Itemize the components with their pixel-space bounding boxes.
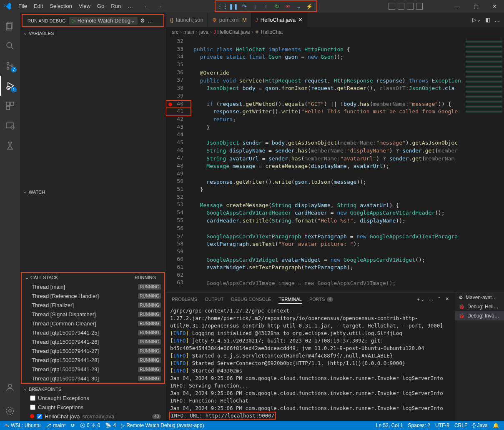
close-icon[interactable]: ✕	[298, 17, 303, 23]
bp-file-checkbox[interactable]	[37, 414, 42, 419]
breadcrumb-segment[interactable]: main	[183, 29, 194, 35]
step-out-icon[interactable]: ↑	[261, 2, 271, 11]
bp-uncaught[interactable]: Uncaught Exceptions	[28, 393, 166, 402]
cursor-position[interactable]: Ln 52, Col 1	[374, 422, 406, 428]
layout-customize-icon[interactable]	[416, 3, 423, 10]
maximize-icon[interactable]: ▢	[466, 0, 485, 12]
eol[interactable]: CRLF	[452, 422, 470, 428]
step-into-icon[interactable]: ↓	[251, 2, 260, 11]
breadcrumb-segment[interactable]: java	[199, 29, 208, 35]
panel-tab-ports[interactable]: PORTS4	[309, 295, 333, 303]
panel-maximize-icon[interactable]: ⌃	[437, 296, 441, 302]
minimap[interactable]	[464, 37, 504, 292]
layout-panel-left-icon[interactable]	[389, 3, 395, 10]
menu-run[interactable]: Run	[108, 0, 124, 12]
new-terminal-icon[interactable]: ＋⌄	[416, 296, 424, 302]
language-mode[interactable]: {} Java	[470, 422, 490, 428]
callstack-section-header[interactable]: ⌄ CALL STACK Running	[22, 273, 164, 282]
panel-tab-output[interactable]: OUTPUT	[205, 295, 223, 303]
panel-tab-terminal[interactable]: TERMINAL	[278, 295, 302, 304]
debug-target[interactable]: ▷ Remote Watch Debug (avatar-app)	[118, 422, 206, 428]
line-gutter[interactable]: 3233343536373839404142434445464748495051…	[166, 37, 191, 292]
terminal-task-row[interactable]: 🐞Debug: Hell…	[455, 302, 504, 311]
watch-section-header[interactable]: ⌄ WATCH	[20, 188, 166, 196]
breadcrumb-segment[interactable]: ⚛ HelloChat	[255, 29, 283, 35]
thread-row[interactable]: Thread [main]RUNNING	[22, 282, 164, 291]
menu-selection[interactable]: Selection	[46, 0, 75, 12]
breadcrumb-segment[interactable]: src	[172, 29, 178, 35]
more-icon[interactable]: …	[148, 18, 153, 24]
terminal-task-row[interactable]: ⚙Maven-avat…	[455, 293, 504, 302]
more-actions-icon[interactable]: …	[494, 17, 500, 23]
terminal-output[interactable]: /grpc/grpc-context/1.27.2/grpc-context-1…	[166, 305, 455, 421]
thread-row[interactable]: Thread [Signal Dispatcher]RUNNING	[22, 310, 164, 319]
hot-reload-icon[interactable]: ⚡	[305, 2, 314, 11]
thread-row[interactable]: Thread [qtp1500079441-29]RUNNING	[22, 365, 164, 374]
breadcrumb-segment[interactable]: J HelloChat.java	[213, 29, 250, 35]
split-editor-icon[interactable]: ◧	[485, 17, 490, 23]
thread-row[interactable]: Thread [Finalizer]RUNNING	[22, 300, 164, 310]
menu-view[interactable]: View	[75, 0, 94, 12]
gear-icon[interactable]: ⚙	[140, 18, 145, 24]
editor-tab[interactable]: ⚙pom.xml M	[208, 12, 251, 27]
problems-indicator[interactable]: ⓧ 0 ⚠ 0	[78, 422, 103, 429]
sync-icon[interactable]: ⟳	[68, 422, 78, 428]
explorer-icon[interactable]	[0, 16, 20, 36]
run-file-icon[interactable]: ▷⌄	[472, 17, 481, 23]
source-control-icon[interactable]: 7	[0, 56, 20, 76]
bp-uncaught-checkbox[interactable]	[30, 395, 35, 401]
step-over-icon[interactable]: ↷	[240, 2, 249, 11]
settings-gear-icon[interactable]	[0, 401, 20, 421]
debug-config-dropdown[interactable]: ▷ Remote Watch Debug ⌄	[69, 17, 138, 25]
breadcrumb[interactable]: src›main›java›J HelloChat.java›⚛ HelloCh…	[166, 27, 504, 37]
thread-row[interactable]: Thread [qtp1500079441-27]RUNNING	[22, 346, 164, 355]
chevron-down-icon[interactable]: ⌄	[294, 2, 303, 11]
panel-tab-debug-console[interactable]: DEBUG CONSOLE	[231, 295, 271, 303]
menu-edit[interactable]: Edit	[30, 0, 46, 12]
restart-icon[interactable]: ↻	[272, 2, 281, 11]
panel-more-icon[interactable]: …	[429, 296, 433, 302]
menu-go[interactable]: Go	[94, 0, 108, 12]
menu-file[interactable]: File	[15, 0, 30, 12]
search-icon[interactable]	[0, 36, 20, 56]
minimize-icon[interactable]: —	[448, 0, 466, 12]
remote-indicator[interactable]: ⇋ WSL: Ubuntu	[3, 422, 43, 428]
bp-file[interactable]: HelloChat.java src/main/java 40	[28, 412, 166, 421]
editor-tab[interactable]: {}launch.json	[166, 12, 208, 27]
variables-section-header[interactable]: ⌄ VARIABLES	[20, 29, 166, 38]
encoding[interactable]: UTF-8	[433, 422, 452, 428]
thread-row[interactable]: Thread [qtp1500079441-25]RUNNING	[22, 328, 164, 337]
pause-icon[interactable]: ❚❚	[229, 2, 238, 11]
nav-forward-icon[interactable]: →	[154, 2, 165, 10]
code-editor[interactable]: 3233343536373839404142434445464748495051…	[166, 37, 504, 292]
panel-tab-problems[interactable]: PROBLEMS	[172, 295, 197, 303]
thread-row[interactable]: Thread [qtp1500079441-30]RUNNING	[22, 374, 164, 383]
editor-tab[interactable]: JHelloChat.java ✕	[251, 12, 308, 27]
breakpoints-section-header[interactable]: ⌄ BREAKPOINTS	[20, 385, 166, 393]
thread-row[interactable]: Thread [qtp1500079441-28]RUNNING	[22, 355, 164, 365]
disconnect-icon[interactable]: ⚮	[283, 2, 292, 11]
thread-row[interactable]: Thread [Common-Cleaner]RUNNING	[22, 319, 164, 328]
remote-explorer-icon[interactable]	[0, 116, 20, 136]
extensions-icon[interactable]	[0, 96, 20, 116]
nav-back-icon[interactable]: ←	[141, 2, 152, 10]
ports-indicator[interactable]: 📡 4	[103, 422, 118, 428]
accounts-icon[interactable]	[0, 378, 20, 398]
bp-caught[interactable]: Caught Exceptions	[28, 402, 166, 412]
layout-panel-right-icon[interactable]	[407, 3, 414, 10]
run-debug-icon[interactable]: 1	[0, 76, 20, 96]
git-branch[interactable]: ⎇ main*	[43, 422, 68, 428]
panel-close-icon[interactable]: ✕	[445, 296, 449, 302]
bp-caught-checkbox[interactable]	[30, 405, 35, 410]
layout-panel-bottom-icon[interactable]	[398, 3, 404, 10]
thread-row[interactable]: Thread [Reference Handler]RUNNING	[22, 291, 164, 300]
drag-handle-icon[interactable]: ⋮⋮	[218, 2, 227, 11]
thread-row[interactable]: Thread [qtp1500079441-26]RUNNING	[22, 337, 164, 346]
close-icon[interactable]: ✕	[485, 0, 504, 12]
menu-more[interactable]: …	[124, 0, 136, 12]
terminal-task-row[interactable]: 🐞Debug: Invo…	[455, 311, 504, 320]
testing-icon[interactable]	[0, 136, 20, 156]
indent-setting[interactable]: Spaces: 2	[406, 422, 433, 428]
notifications-bell-icon[interactable]: 🔔	[490, 422, 501, 428]
code-text[interactable]: public class HelloChat implements HttpFu…	[191, 37, 464, 292]
